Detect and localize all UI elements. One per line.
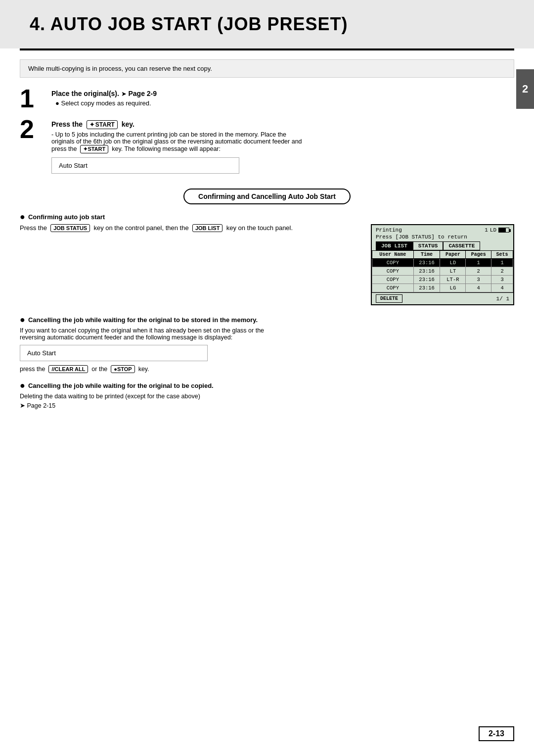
lcd-top-bar: Printing 1 LD [372, 225, 513, 234]
step-2-body: - Up to 5 jobs including the current pri… [51, 131, 309, 153]
lcd-cell-pages: 2 [466, 267, 491, 276]
cancel-copy-page-ref: ➤ Page 2-15 [20, 402, 514, 409]
lcd-cell-name: COPY [372, 267, 414, 276]
cancel-copy-title: Cancelling the job while waiting for the… [28, 382, 214, 389]
step-1-title: Place the original(s). ➤ Page 2-9 [51, 90, 514, 97]
section-pill: Confirming and Cancelling Auto Job Start [183, 189, 351, 204]
dot-cancel-copy: ● [20, 381, 25, 390]
job-list-key: JOB LIST [192, 224, 223, 232]
lcd-table-row: COPY 23:16 LT-R 3 3 [372, 276, 513, 284]
lcd-top-right: 1 LD [485, 227, 509, 233]
lcd-cell-sets: 4 [491, 284, 513, 292]
dot-confirming: ● [20, 212, 25, 221]
lcd-indicator: LD [490, 227, 496, 233]
lcd-cell-name: COPY [372, 284, 414, 292]
step-1: 1 Place the original(s). ➤ Page 2-9 ● Se… [20, 90, 514, 111]
lcd-cell-pages: 4 [466, 284, 491, 292]
lcd-cell-time: 23:16 [413, 267, 440, 276]
lcd-tab-job-list[interactable]: JOB LIST [376, 241, 413, 250]
lcd-battery-fill [499, 228, 506, 232]
job-status-key: JOB STATUS [50, 224, 90, 232]
step-1-page-ref: Page 2-9 [128, 90, 157, 97]
lcd-screen: Printing 1 LD Press [JOB STATUS] to retu… [371, 224, 514, 305]
lcd-cell-name: COPY [372, 259, 414, 267]
intro-box: While multi-copying is in process, you c… [20, 59, 514, 78]
step-1-content: Place the original(s). ➤ Page 2-9 ● Sele… [51, 90, 514, 109]
lcd-cell-paper: LT-R [440, 276, 466, 284]
lcd-col-username: User Name [372, 251, 414, 259]
sub-section-cancel-copy: ● Cancelling the job while waiting for t… [20, 381, 514, 409]
lcd-cell-time: 23:16 [413, 284, 440, 292]
stop-key: ●STOP [111, 365, 134, 373]
step-1-bullet: ● Select copy modes as required. [55, 99, 514, 107]
clear-all-key: //CLEAR ALL [48, 365, 88, 373]
main-title: 4. AUTO JOB START (JOB PRESET) [30, 14, 504, 35]
step-1-arrow: ➤ [121, 90, 129, 97]
confirming-left: Press the JOB STATUS key on the control … [20, 224, 361, 232]
confirming-right: Printing 1 LD Press [JOB STATUS] to retu… [371, 224, 514, 305]
lcd-cell-paper: LG [440, 284, 466, 292]
lcd-col-pages: Pages [466, 251, 491, 259]
cancel-memory-msg-box: Auto Start [20, 345, 208, 361]
lcd-cell-name: COPY [372, 276, 414, 284]
sub-title-cancel-memory: ● Cancelling the job while waiting for t… [20, 315, 514, 324]
lcd-col-time: Time [413, 251, 440, 259]
cancel-memory-body: If you want to cancel copying the origin… [20, 327, 277, 341]
step-2: 2 Press the ✦START key. - Up to 5 jobs i… [20, 120, 514, 178]
lcd-table-header-row: User Name Time Paper Pages Sets [372, 251, 513, 259]
lcd-cell-paper: LD [440, 259, 466, 267]
lcd-tab-status[interactable]: STATUS [413, 241, 444, 250]
lcd-table-row: COPY 23:16 LD 1 1 [372, 259, 513, 267]
lcd-delete-button[interactable]: DELETE [376, 294, 402, 303]
cancel-copy-body: Deleting the data waiting to be printed … [20, 393, 277, 400]
top-divider [20, 48, 514, 50]
lcd-cell-sets: 3 [491, 276, 513, 284]
sub-section-confirming: ● Confirming auto job start Press the JO… [20, 212, 514, 305]
lcd-cell-time: 23:16 [413, 259, 440, 267]
step-2-msg-box: Auto Start [51, 157, 239, 174]
intro-text: While multi-copying is in process, you c… [28, 65, 212, 72]
lcd-col-sets: Sets [491, 251, 513, 259]
main-content: 1 Place the original(s). ➤ Page 2-9 ● Se… [0, 90, 534, 409]
lcd-row2: Press [JOB STATUS] to return [372, 234, 513, 241]
lcd-cell-sets: 2 [491, 267, 513, 276]
start-key-display: ✦START [87, 120, 118, 129]
sub-section-cancel-memory: ● Cancelling the job while waiting for t… [20, 315, 514, 373]
cancel-memory-body2: press the //CLEAR ALL or the ●STOP key. [20, 365, 514, 373]
lcd-cell-pages: 1 [466, 259, 491, 267]
lcd-cell-time: 23:16 [413, 276, 440, 284]
lcd-table-row: COPY 23:16 LG 4 4 [372, 284, 513, 292]
lcd-line2: Press [JOB STATUS] to return [376, 234, 467, 240]
dot-cancel-memory: ● [20, 315, 25, 324]
step-2-number: 2 [20, 116, 45, 142]
lcd-table: User Name Time Paper Pages Sets COPY [372, 250, 513, 292]
page-container: 4. AUTO JOB START (JOB PRESET) While mul… [0, 0, 534, 756]
confirming-body: Press the JOB STATUS key on the control … [20, 224, 361, 232]
start-key-inline: ✦START [80, 145, 108, 153]
side-badge: 2 [516, 69, 534, 109]
lcd-battery-icon [498, 228, 509, 233]
lcd-col-paper: Paper [440, 251, 466, 259]
lcd-cell-pages: 3 [466, 276, 491, 284]
start-key-star: ✦ [89, 121, 94, 128]
lcd-footer-page: 1/ 1 [496, 296, 509, 302]
cancel-memory-title: Cancelling the job while waiting for the… [28, 316, 258, 324]
lcd-tabs: JOB LIST STATUS CASSETTE [372, 241, 513, 250]
lcd-footer: DELETE 1/ 1 [372, 292, 513, 304]
section-header: Confirming and Cancelling Auto Job Start [20, 189, 514, 204]
lcd-page-num: 1 [485, 227, 488, 233]
lcd-table-row: COPY 23:16 LT 2 2 [372, 267, 513, 276]
sub-title-confirming: ● Confirming auto job start [20, 212, 514, 221]
lcd-cell-paper: LT [440, 267, 466, 276]
confirming-two-col: Press the JOB STATUS key on the control … [20, 224, 514, 305]
lcd-tab-cassette[interactable]: CASSETTE [443, 241, 480, 250]
lcd-printing: Printing [376, 227, 402, 233]
page-number: 2-13 [479, 726, 514, 741]
step-2-content: Press the ✦START key. - Up to 5 jobs inc… [51, 120, 514, 178]
sub-title-cancel-copy: ● Cancelling the job while waiting for t… [20, 381, 514, 390]
page-number-container: 2-13 [479, 726, 514, 741]
step-1-number: 1 [20, 86, 45, 111]
title-section: 4. AUTO JOB START (JOB PRESET) [0, 0, 534, 48]
lcd-cell-sets: 1 [491, 259, 513, 267]
step-2-title: Press the ✦START key. [51, 120, 514, 129]
